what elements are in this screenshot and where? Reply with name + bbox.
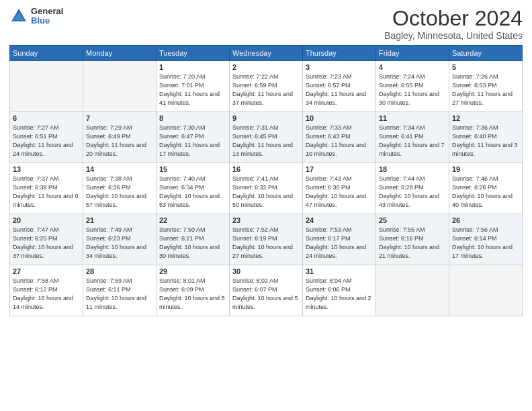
calendar-cell: 3Sunrise: 7:23 AMSunset: 6:57 PMDaylight… (303, 61, 376, 112)
day-number: 15 (159, 165, 226, 173)
calendar-cell: 16Sunrise: 7:41 AMSunset: 6:32 PMDayligh… (230, 163, 303, 214)
day-number: 30 (232, 267, 300, 275)
day-info: Sunrise: 7:33 AMSunset: 6:43 PMDaylight:… (306, 124, 373, 158)
day-info: Sunrise: 7:20 AMSunset: 7:01 PMDaylight:… (159, 73, 226, 107)
day-number: 19 (452, 165, 519, 173)
day-info: Sunrise: 7:55 AMSunset: 6:16 PMDaylight:… (379, 226, 446, 261)
calendar-cell: 26Sunrise: 7:56 AMSunset: 6:14 PMDayligh… (449, 214, 523, 265)
day-number: 17 (306, 165, 373, 173)
day-info: Sunrise: 7:22 AMSunset: 6:59 PMDaylight:… (232, 73, 300, 107)
day-number: 8 (159, 114, 226, 122)
day-info: Sunrise: 7:40 AMSunset: 6:34 PMDaylight:… (159, 175, 226, 210)
day-info: Sunrise: 8:02 AMSunset: 6:07 PMDaylight:… (232, 277, 300, 312)
calendar-cell: 27Sunrise: 7:58 AMSunset: 6:12 PMDayligh… (10, 265, 83, 316)
day-number: 25 (379, 216, 446, 224)
day-info: Sunrise: 8:01 AMSunset: 6:09 PMDaylight:… (159, 277, 226, 312)
day-info: Sunrise: 8:04 AMSunset: 6:06 PMDaylight:… (306, 277, 373, 312)
day-info: Sunrise: 7:31 AMSunset: 6:45 PMDaylight:… (232, 124, 300, 158)
day-number: 12 (452, 114, 519, 122)
day-info: Sunrise: 7:26 AMSunset: 6:53 PMDaylight:… (452, 73, 519, 107)
day-number: 29 (159, 267, 226, 275)
calendar-cell (83, 61, 157, 112)
day-info: Sunrise: 7:59 AMSunset: 6:11 PMDaylight:… (86, 277, 153, 312)
day-number: 10 (306, 114, 373, 122)
calendar-cell: 21Sunrise: 7:49 AMSunset: 6:23 PMDayligh… (83, 214, 157, 265)
logo-icon (9, 7, 28, 26)
day-number: 13 (13, 165, 80, 173)
calendar-cell: 25Sunrise: 7:55 AMSunset: 6:16 PMDayligh… (376, 214, 449, 265)
calendar-cell: 17Sunrise: 7:43 AMSunset: 6:30 PMDayligh… (303, 163, 376, 214)
column-header-wednesday: Wednesday (230, 46, 303, 61)
day-number: 18 (379, 165, 446, 173)
calendar-cell: 10Sunrise: 7:33 AMSunset: 6:43 PMDayligh… (303, 112, 376, 163)
day-info: Sunrise: 7:50 AMSunset: 6:21 PMDaylight:… (159, 226, 226, 261)
calendar-cell: 15Sunrise: 7:40 AMSunset: 6:34 PMDayligh… (157, 163, 230, 214)
day-number: 2 (232, 63, 300, 71)
logo: General Blue (9, 7, 63, 26)
calendar-cell: 24Sunrise: 7:53 AMSunset: 6:17 PMDayligh… (303, 214, 376, 265)
day-info: Sunrise: 7:44 AMSunset: 6:28 PMDaylight:… (379, 175, 446, 210)
calendar-week-5: 27Sunrise: 7:58 AMSunset: 6:12 PMDayligh… (10, 265, 523, 316)
day-number: 26 (452, 216, 519, 224)
logo-text: General Blue (31, 7, 63, 26)
subtitle: Bagley, Minnesota, United States (384, 30, 523, 41)
day-info: Sunrise: 7:58 AMSunset: 6:12 PMDaylight:… (13, 277, 80, 312)
day-number: 7 (86, 114, 153, 122)
calendar-cell: 22Sunrise: 7:50 AMSunset: 6:21 PMDayligh… (157, 214, 230, 265)
day-info: Sunrise: 7:56 AMSunset: 6:14 PMDaylight:… (452, 226, 519, 261)
day-info: Sunrise: 7:29 AMSunset: 6:49 PMDaylight:… (86, 124, 153, 158)
calendar-cell (10, 61, 83, 112)
calendar-cell: 6Sunrise: 7:27 AMSunset: 6:51 PMDaylight… (10, 112, 83, 163)
calendar-week-3: 13Sunrise: 7:37 AMSunset: 6:38 PMDayligh… (10, 163, 523, 214)
day-info: Sunrise: 7:53 AMSunset: 6:17 PMDaylight:… (306, 226, 373, 261)
calendar-cell: 13Sunrise: 7:37 AMSunset: 6:38 PMDayligh… (10, 163, 83, 214)
day-info: Sunrise: 7:30 AMSunset: 6:47 PMDaylight:… (159, 124, 226, 158)
calendar-week-4: 20Sunrise: 7:47 AMSunset: 6:25 PMDayligh… (10, 214, 523, 265)
header: General Blue October 2024 Bagley, Minnes… (9, 7, 523, 41)
calendar-cell: 7Sunrise: 7:29 AMSunset: 6:49 PMDaylight… (83, 112, 157, 163)
calendar-cell: 9Sunrise: 7:31 AMSunset: 6:45 PMDaylight… (230, 112, 303, 163)
day-number: 28 (86, 267, 153, 275)
calendar-cell: 29Sunrise: 8:01 AMSunset: 6:09 PMDayligh… (157, 265, 230, 316)
day-number: 22 (159, 216, 226, 224)
column-header-monday: Monday (83, 46, 157, 61)
day-number: 9 (232, 114, 300, 122)
logo-blue-text: Blue (31, 16, 63, 26)
day-number: 16 (232, 165, 300, 173)
calendar-cell: 19Sunrise: 7:46 AMSunset: 6:26 PMDayligh… (449, 163, 523, 214)
day-info: Sunrise: 7:49 AMSunset: 6:23 PMDaylight:… (86, 226, 153, 261)
column-header-saturday: Saturday (449, 46, 523, 61)
day-info: Sunrise: 7:34 AMSunset: 6:41 PMDaylight:… (379, 124, 446, 158)
calendar-week-2: 6Sunrise: 7:27 AMSunset: 6:51 PMDaylight… (10, 112, 523, 163)
page: General Blue October 2024 Bagley, Minnes… (0, 0, 532, 411)
column-header-sunday: Sunday (10, 46, 83, 61)
calendar-cell: 30Sunrise: 8:02 AMSunset: 6:07 PMDayligh… (230, 265, 303, 316)
calendar-cell: 4Sunrise: 7:24 AMSunset: 6:55 PMDaylight… (376, 61, 449, 112)
main-title: October 2024 (384, 7, 523, 30)
calendar-cell (449, 265, 523, 316)
calendar-cell: 18Sunrise: 7:44 AMSunset: 6:28 PMDayligh… (376, 163, 449, 214)
day-info: Sunrise: 7:38 AMSunset: 6:36 PMDaylight:… (86, 175, 153, 210)
day-number: 4 (379, 63, 446, 71)
day-number: 20 (13, 216, 80, 224)
calendar-cell: 11Sunrise: 7:34 AMSunset: 6:41 PMDayligh… (376, 112, 449, 163)
day-info: Sunrise: 7:36 AMSunset: 6:40 PMDaylight:… (452, 124, 519, 158)
day-number: 11 (379, 114, 446, 122)
calendar-cell: 12Sunrise: 7:36 AMSunset: 6:40 PMDayligh… (449, 112, 523, 163)
day-number: 27 (13, 267, 80, 275)
day-number: 6 (13, 114, 80, 122)
day-info: Sunrise: 7:41 AMSunset: 6:32 PMDaylight:… (232, 175, 300, 210)
day-info: Sunrise: 7:43 AMSunset: 6:30 PMDaylight:… (306, 175, 373, 210)
day-info: Sunrise: 7:47 AMSunset: 6:25 PMDaylight:… (13, 226, 80, 261)
day-number: 3 (306, 63, 373, 71)
day-info: Sunrise: 7:24 AMSunset: 6:55 PMDaylight:… (379, 73, 446, 107)
day-info: Sunrise: 7:27 AMSunset: 6:51 PMDaylight:… (13, 124, 80, 158)
day-number: 24 (306, 216, 373, 224)
day-number: 31 (306, 267, 373, 275)
calendar-cell (376, 265, 449, 316)
day-number: 1 (159, 63, 226, 71)
calendar-table: SundayMondayTuesdayWednesdayThursdayFrid… (9, 45, 523, 316)
calendar-cell: 5Sunrise: 7:26 AMSunset: 6:53 PMDaylight… (449, 61, 523, 112)
day-info: Sunrise: 7:23 AMSunset: 6:57 PMDaylight:… (306, 73, 373, 107)
day-info: Sunrise: 7:37 AMSunset: 6:38 PMDaylight:… (13, 175, 80, 210)
